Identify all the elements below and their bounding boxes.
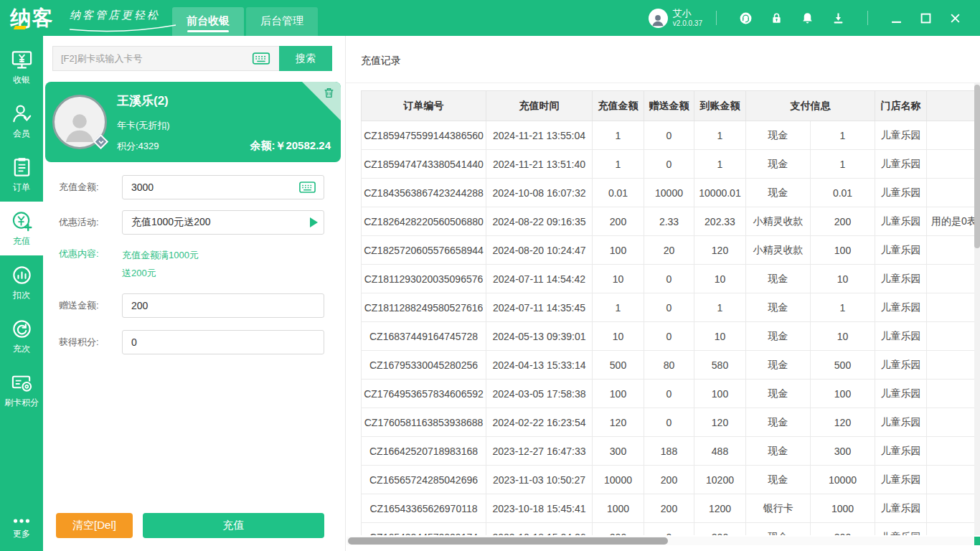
- close-button[interactable]: [950, 13, 961, 24]
- vertical-scrollbar[interactable]: [974, 83, 980, 535]
- cell: 儿童乐园: [875, 207, 927, 236]
- sidebar-item-refill[interactable]: 充次: [0, 309, 43, 363]
- cell: CZ1826428220560506880: [362, 207, 486, 236]
- cell: 儿童乐园: [875, 150, 927, 179]
- cell: 现金: [746, 437, 811, 466]
- table-row[interactable]: CZ18594755991443865602024-11-21 13:55:04…: [362, 121, 975, 150]
- maximize-button[interactable]: [920, 13, 931, 24]
- table-row[interactable]: CZ166425207189831682023-12-27 16:47:3330…: [362, 437, 975, 466]
- user-avatar[interactable]: [649, 9, 668, 28]
- cell: 现金: [746, 523, 811, 536]
- column-header: 支付信息: [746, 91, 875, 121]
- tab-front-cashier[interactable]: 前台收银: [172, 7, 244, 36]
- table-row[interactable]: CZ168374491647457282024-05-13 09:39:0110…: [362, 322, 975, 351]
- cell: 现金: [746, 322, 811, 351]
- sidebar-item-member[interactable]: 会员: [0, 94, 43, 148]
- member-recharge-panel: 搜索 王溪乐(2) 年卡(无折扣) 积分:4329 余额:￥20582.24 充…: [43, 36, 345, 551]
- table-row[interactable]: CZ18594747433805414402024-11-21 13:51:40…: [362, 150, 975, 179]
- cell: 200: [593, 207, 644, 236]
- cell: 儿童乐园: [875, 494, 927, 523]
- minimize-button[interactable]: [891, 13, 902, 24]
- sidebar-item-cashier[interactable]: 收银: [0, 40, 43, 94]
- table-row[interactable]: CZ18257206055766589442024-08-20 10:24:47…: [362, 236, 975, 265]
- table-row[interactable]: CZ18435638674232442882024-10-08 16:07:32…: [362, 179, 975, 207]
- cell: 2024-07-11 14:35:45: [486, 293, 593, 322]
- cell: [927, 351, 975, 380]
- cell: [927, 380, 975, 408]
- keyboard-icon[interactable]: [252, 52, 270, 65]
- download-icon[interactable]: [831, 11, 845, 25]
- cell: 2.33: [644, 207, 694, 236]
- card-number-input[interactable]: [52, 46, 279, 71]
- table-row[interactable]: CZ18264282205605068802024-08-22 09:16:35…: [362, 207, 975, 236]
- cell: 小精灵收款: [746, 236, 811, 265]
- expand-arrow-icon[interactable]: [310, 217, 318, 227]
- tab-back-admin[interactable]: 后台管理: [246, 7, 318, 36]
- cell: 1: [593, 121, 644, 150]
- cell: 10000.01: [694, 179, 746, 207]
- cell: 现金: [746, 150, 811, 179]
- customer-service-icon[interactable]: [739, 11, 753, 25]
- recharge-icon: [11, 210, 33, 232]
- table-row[interactable]: CZ18112882495805276162024-07-11 14:35:45…: [362, 293, 975, 322]
- cell: 0: [644, 322, 694, 351]
- cell: 2024-04-13 15:33:14: [486, 351, 593, 380]
- recharge-amount-input[interactable]: [122, 175, 324, 199]
- sidebar-item-label: 刷卡积分: [4, 397, 39, 409]
- divider: [716, 11, 717, 25]
- table-row[interactable]: CZ167953300452802562024-04-13 15:33:1450…: [362, 351, 975, 380]
- table-row[interactable]: CZ17649536578346065922024-03-05 17:58:38…: [362, 380, 975, 408]
- cell: 20: [644, 236, 694, 265]
- sidebar-item-label: 订单: [13, 182, 30, 194]
- sidebar-item-label: 充次: [13, 343, 30, 355]
- cell: 0: [644, 150, 694, 179]
- cell: 儿童乐园: [875, 523, 927, 536]
- table-row[interactable]: CZ165433656269701182023-10-18 15:45:4110…: [362, 494, 975, 523]
- horizontal-scrollbar-thumb[interactable]: [348, 537, 668, 545]
- table-row[interactable]: CZ18112930200350965762024-07-11 14:54:42…: [362, 265, 975, 293]
- cell: 儿童乐园: [875, 408, 927, 437]
- more-icon: [11, 515, 32, 527]
- cell: CZ16543365626970118: [362, 494, 486, 523]
- logo-accent: [14, 26, 27, 29]
- cell: 10000: [593, 466, 644, 494]
- sidebar-item-card-points[interactable]: 刷卡积分: [0, 363, 43, 417]
- sidebar-item-more[interactable]: 更多: [0, 505, 43, 550]
- gift-amount-input[interactable]: [122, 293, 324, 318]
- titlebar-right: 艾小 v2.0.0.37: [649, 0, 970, 36]
- slogan-underline: [68, 24, 177, 32]
- sidebar-item-order[interactable]: 订单: [0, 148, 43, 202]
- cell: CZ1764953657834606592: [362, 380, 486, 408]
- cell: CZ1811288249580527616: [362, 293, 486, 322]
- member-balance: 余额:￥20582.24: [250, 139, 331, 153]
- keyboard-icon[interactable]: [298, 182, 316, 193]
- cell: 10: [811, 322, 875, 351]
- bell-icon[interactable]: [801, 11, 814, 25]
- cell: CZ16543344572039174: [362, 523, 486, 536]
- cell: [927, 179, 975, 207]
- recharge-button[interactable]: 充值: [143, 513, 324, 538]
- cell: 1: [593, 150, 644, 179]
- table-row[interactable]: CZ17605811638539386882024-02-22 16:23:54…: [362, 408, 975, 437]
- sidebar-item-recharge[interactable]: 充值: [0, 202, 43, 255]
- trash-icon[interactable]: [323, 87, 335, 99]
- table-row[interactable]: CZ165433445720391742023-10-18 15:24:2620…: [362, 523, 975, 536]
- clear-button[interactable]: 清空[Del]: [56, 513, 133, 538]
- cell: 儿童乐园: [875, 437, 927, 466]
- lock-icon[interactable]: [770, 11, 783, 25]
- search-button[interactable]: 搜索: [279, 46, 332, 71]
- promo-activity-select[interactable]: [122, 210, 324, 235]
- cell: 2024-02-22 16:23:54: [486, 408, 593, 437]
- cell: 1: [593, 293, 644, 322]
- cell: 2023-12-27 16:47:33: [486, 437, 593, 466]
- sidebar-item-deduct[interactable]: 扣次: [0, 255, 43, 309]
- points-gained-label: 获得积分:: [59, 336, 122, 349]
- cell: 1: [694, 150, 746, 179]
- divider: [346, 83, 980, 83]
- table-row[interactable]: CZ165657242850426962023-11-03 10:50:2710…: [362, 466, 975, 494]
- vertical-scrollbar-thumb[interactable]: [974, 85, 980, 248]
- cell: 10200: [694, 466, 746, 494]
- horizontal-scrollbar[interactable]: [347, 537, 974, 545]
- points-gained-input[interactable]: [122, 330, 324, 354]
- cell: 2024-07-11 14:54:42: [486, 265, 593, 293]
